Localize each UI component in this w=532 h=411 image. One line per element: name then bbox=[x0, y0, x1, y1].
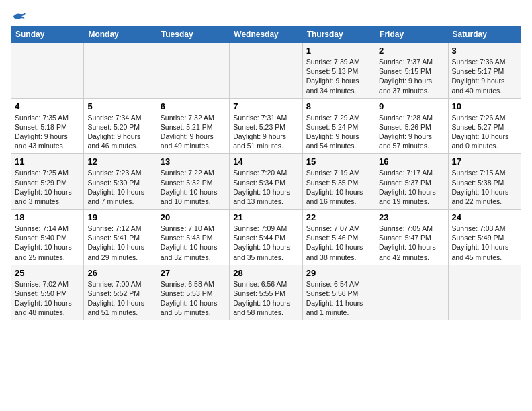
calendar-cell: 11Sunrise: 7:25 AM Sunset: 5:29 PM Dayli… bbox=[11, 154, 84, 210]
calendar-cell: 20Sunrise: 7:10 AM Sunset: 5:43 PM Dayli… bbox=[157, 210, 229, 265]
calendar-cell: 16Sunrise: 7:17 AM Sunset: 5:37 PM Dayli… bbox=[375, 154, 448, 210]
day-number: 21 bbox=[233, 212, 298, 222]
calendar-cell: 18Sunrise: 7:14 AM Sunset: 5:40 PM Dayli… bbox=[11, 210, 84, 265]
day-number: 2 bbox=[379, 46, 444, 56]
calendar-cell: 24Sunrise: 7:03 AM Sunset: 5:49 PM Dayli… bbox=[448, 210, 521, 265]
day-info: Sunrise: 7:25 AM Sunset: 5:29 PM Dayligh… bbox=[15, 168, 80, 206]
calendar-week-row: 11Sunrise: 7:25 AM Sunset: 5:29 PM Dayli… bbox=[11, 154, 521, 210]
calendar-cell bbox=[84, 43, 157, 99]
day-info: Sunrise: 7:35 AM Sunset: 5:18 PM Dayligh… bbox=[15, 113, 80, 151]
day-info: Sunrise: 7:12 AM Sunset: 5:41 PM Dayligh… bbox=[87, 224, 152, 262]
day-number: 28 bbox=[233, 268, 298, 278]
day-info: Sunrise: 7:14 AM Sunset: 5:40 PM Dayligh… bbox=[15, 224, 80, 262]
day-number: 12 bbox=[87, 156, 152, 167]
calendar-header-row: SundayMondayTuesdayWednesdayThursdayFrid… bbox=[11, 26, 521, 43]
calendar-cell: 3Sunrise: 7:36 AM Sunset: 5:17 PM Daylig… bbox=[448, 43, 521, 99]
day-info: Sunrise: 7:19 AM Sunset: 5:35 PM Dayligh… bbox=[306, 168, 371, 206]
calendar-week-row: 1Sunrise: 7:39 AM Sunset: 5:13 PM Daylig… bbox=[11, 43, 521, 99]
column-header-saturday: Saturday bbox=[448, 26, 521, 43]
day-info: Sunrise: 7:28 AM Sunset: 5:26 PM Dayligh… bbox=[379, 113, 444, 151]
logo-bird-icon bbox=[12, 11, 27, 23]
calendar-cell bbox=[448, 265, 521, 320]
day-info: Sunrise: 7:09 AM Sunset: 5:44 PM Dayligh… bbox=[233, 224, 298, 262]
day-number: 13 bbox=[161, 156, 226, 167]
calendar-cell: 14Sunrise: 7:20 AM Sunset: 5:34 PM Dayli… bbox=[230, 154, 302, 210]
calendar-cell: 4Sunrise: 7:35 AM Sunset: 5:18 PM Daylig… bbox=[11, 98, 84, 154]
day-number: 3 bbox=[452, 46, 517, 56]
day-number: 24 bbox=[452, 212, 517, 222]
day-info: Sunrise: 7:03 AM Sunset: 5:49 PM Dayligh… bbox=[452, 224, 517, 262]
day-info: Sunrise: 7:17 AM Sunset: 5:37 PM Dayligh… bbox=[379, 168, 444, 206]
column-header-wednesday: Wednesday bbox=[230, 26, 302, 43]
day-number: 9 bbox=[379, 101, 444, 111]
day-number: 5 bbox=[87, 101, 152, 111]
calendar-cell: 1Sunrise: 7:39 AM Sunset: 5:13 PM Daylig… bbox=[302, 43, 375, 99]
calendar-cell: 15Sunrise: 7:19 AM Sunset: 5:35 PM Dayli… bbox=[302, 154, 375, 210]
day-number: 22 bbox=[306, 212, 371, 222]
calendar-cell: 7Sunrise: 7:31 AM Sunset: 5:23 PM Daylig… bbox=[230, 98, 302, 154]
day-number: 26 bbox=[87, 268, 152, 278]
calendar-cell: 12Sunrise: 7:23 AM Sunset: 5:30 PM Dayli… bbox=[84, 154, 157, 210]
calendar-cell: 28Sunrise: 6:56 AM Sunset: 5:55 PM Dayli… bbox=[230, 265, 302, 320]
column-header-monday: Monday bbox=[84, 26, 157, 43]
calendar-cell: 22Sunrise: 7:07 AM Sunset: 5:46 PM Dayli… bbox=[302, 210, 375, 265]
day-number: 23 bbox=[379, 212, 444, 222]
day-info: Sunrise: 7:10 AM Sunset: 5:43 PM Dayligh… bbox=[161, 224, 226, 262]
day-info: Sunrise: 6:54 AM Sunset: 5:56 PM Dayligh… bbox=[306, 279, 371, 318]
day-number: 15 bbox=[306, 156, 371, 167]
calendar-week-row: 4Sunrise: 7:35 AM Sunset: 5:18 PM Daylig… bbox=[11, 98, 521, 154]
calendar-cell: 21Sunrise: 7:09 AM Sunset: 5:44 PM Dayli… bbox=[230, 210, 302, 265]
day-info: Sunrise: 7:20 AM Sunset: 5:34 PM Dayligh… bbox=[233, 168, 298, 206]
day-info: Sunrise: 6:56 AM Sunset: 5:55 PM Dayligh… bbox=[233, 279, 298, 318]
calendar-cell: 19Sunrise: 7:12 AM Sunset: 5:41 PM Dayli… bbox=[84, 210, 157, 265]
column-header-friday: Friday bbox=[375, 26, 448, 43]
day-info: Sunrise: 7:07 AM Sunset: 5:46 PM Dayligh… bbox=[306, 224, 371, 262]
calendar-week-row: 18Sunrise: 7:14 AM Sunset: 5:40 PM Dayli… bbox=[11, 210, 521, 265]
day-number: 1 bbox=[306, 46, 371, 56]
day-info: Sunrise: 7:37 AM Sunset: 5:15 PM Dayligh… bbox=[379, 57, 444, 95]
calendar-cell: 6Sunrise: 7:32 AM Sunset: 5:21 PM Daylig… bbox=[157, 98, 229, 154]
calendar-cell: 2Sunrise: 7:37 AM Sunset: 5:15 PM Daylig… bbox=[375, 43, 448, 99]
calendar-cell bbox=[157, 43, 229, 99]
day-info: Sunrise: 7:02 AM Sunset: 5:50 PM Dayligh… bbox=[15, 279, 80, 318]
day-number: 29 bbox=[306, 268, 371, 278]
day-number: 18 bbox=[15, 212, 80, 222]
day-info: Sunrise: 7:29 AM Sunset: 5:24 PM Dayligh… bbox=[306, 113, 371, 151]
day-info: Sunrise: 7:22 AM Sunset: 5:32 PM Dayligh… bbox=[161, 168, 226, 206]
day-number: 8 bbox=[306, 101, 371, 111]
day-number: 27 bbox=[161, 268, 226, 278]
calendar-table: SundayMondayTuesdayWednesdayThursdayFrid… bbox=[11, 26, 521, 320]
calendar-cell: 25Sunrise: 7:02 AM Sunset: 5:50 PM Dayli… bbox=[11, 265, 84, 320]
calendar-cell: 26Sunrise: 7:00 AM Sunset: 5:52 PM Dayli… bbox=[84, 265, 157, 320]
day-number: 7 bbox=[233, 101, 298, 111]
day-number: 14 bbox=[233, 156, 298, 167]
day-number: 20 bbox=[161, 212, 226, 222]
day-number: 4 bbox=[15, 101, 80, 111]
calendar-cell: 17Sunrise: 7:15 AM Sunset: 5:38 PM Dayli… bbox=[448, 154, 521, 210]
day-number: 6 bbox=[161, 101, 226, 111]
calendar-week-row: 25Sunrise: 7:02 AM Sunset: 5:50 PM Dayli… bbox=[11, 265, 521, 320]
page-header bbox=[11, 11, 521, 20]
day-info: Sunrise: 7:39 AM Sunset: 5:13 PM Dayligh… bbox=[306, 57, 371, 95]
day-info: Sunrise: 7:36 AM Sunset: 5:17 PM Dayligh… bbox=[452, 57, 517, 95]
calendar-cell: 8Sunrise: 7:29 AM Sunset: 5:24 PM Daylig… bbox=[302, 98, 375, 154]
day-number: 17 bbox=[452, 156, 517, 167]
calendar-cell bbox=[375, 265, 448, 320]
day-info: Sunrise: 7:15 AM Sunset: 5:38 PM Dayligh… bbox=[452, 168, 517, 206]
column-header-thursday: Thursday bbox=[302, 26, 375, 43]
day-number: 25 bbox=[15, 268, 80, 278]
day-info: Sunrise: 6:58 AM Sunset: 5:53 PM Dayligh… bbox=[161, 279, 226, 318]
calendar-cell: 13Sunrise: 7:22 AM Sunset: 5:32 PM Dayli… bbox=[157, 154, 229, 210]
calendar-cell: 29Sunrise: 6:54 AM Sunset: 5:56 PM Dayli… bbox=[302, 265, 375, 320]
calendar-cell: 10Sunrise: 7:26 AM Sunset: 5:27 PM Dayli… bbox=[448, 98, 521, 154]
day-number: 11 bbox=[15, 156, 80, 167]
day-info: Sunrise: 7:26 AM Sunset: 5:27 PM Dayligh… bbox=[452, 113, 517, 151]
logo bbox=[11, 11, 27, 20]
day-number: 10 bbox=[452, 101, 517, 111]
day-number: 19 bbox=[87, 212, 152, 222]
day-info: Sunrise: 7:00 AM Sunset: 5:52 PM Dayligh… bbox=[87, 279, 152, 318]
day-info: Sunrise: 7:23 AM Sunset: 5:30 PM Dayligh… bbox=[87, 168, 152, 206]
day-info: Sunrise: 7:31 AM Sunset: 5:23 PM Dayligh… bbox=[233, 113, 298, 151]
calendar-cell bbox=[11, 43, 84, 99]
day-info: Sunrise: 7:34 AM Sunset: 5:20 PM Dayligh… bbox=[87, 113, 152, 151]
